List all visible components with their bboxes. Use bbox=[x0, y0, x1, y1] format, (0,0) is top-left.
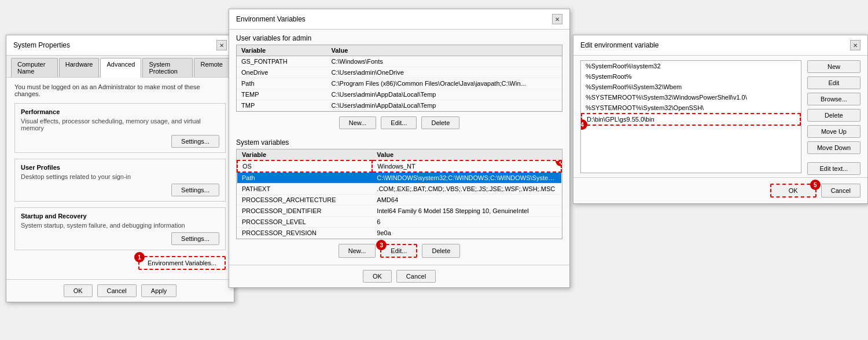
env-vars-window: Environment Variables ✕ User variables f… bbox=[229, 9, 570, 288]
user-var-value: C:\Users\admin\AppData\Local\Temp bbox=[327, 100, 562, 111]
sys-var-name: PROCESSOR_LEVEL bbox=[237, 217, 372, 228]
user-var-name: GS_FONTPATH bbox=[237, 56, 327, 67]
startup-recovery-label: Startup and Recovery bbox=[21, 213, 219, 220]
env-vars-cancel[interactable]: Cancel bbox=[396, 270, 436, 283]
sys-var-row[interactable]: PROCESSOR_IDENTIFIERIntel64 Family 6 Mod… bbox=[237, 206, 561, 217]
user-profiles-label: User Profiles bbox=[21, 164, 219, 171]
env-vars-badge: 1 bbox=[134, 252, 145, 262]
edit-env-move-down-btn[interactable]: Move Down bbox=[807, 141, 860, 154]
edit-env-move-up-btn[interactable]: Move Up bbox=[807, 125, 860, 138]
sys-props-cancel[interactable]: Cancel bbox=[97, 284, 137, 297]
edit-env-list-item[interactable]: %SystemRoot% bbox=[581, 71, 801, 82]
edit-env-list-item[interactable]: D:\bin\GPL\gs9.55.0\bin4 bbox=[581, 113, 801, 126]
user-profiles-section: User Profiles Desktop settings related t… bbox=[14, 159, 226, 202]
user-vars-table: Variable Value GS_FONTPATHC:\Windows\Fon… bbox=[237, 45, 562, 111]
user-edit-btn[interactable]: Edit... bbox=[381, 116, 417, 129]
sys-var-name: PROCESSOR_IDENTIFIER bbox=[237, 206, 372, 217]
env-vars-title: Environment Variables bbox=[236, 15, 306, 23]
sys-var-row[interactable]: OSWindows_NT2 bbox=[237, 160, 561, 172]
edit-env-close[interactable]: ✕ bbox=[850, 40, 860, 50]
user-var-row[interactable]: TEMPC:\Users\admin\AppData\Local\Temp bbox=[237, 89, 562, 100]
sys-props-tabs: Computer Name Hardware Advanced System P… bbox=[6, 56, 234, 78]
edit-env-text-btn[interactable]: Edit text... bbox=[807, 162, 860, 175]
sys-var-row[interactable]: PROCESSOR_ARCHITECTUREAMD64 bbox=[237, 195, 561, 206]
startup-recovery-section: Startup and Recovery System startup, sys… bbox=[14, 207, 226, 250]
sys-new-btn[interactable]: New... bbox=[339, 244, 376, 258]
edit-env-titlebar: Edit environment variable ✕ bbox=[573, 35, 867, 56]
highlight-badge: 4 bbox=[580, 119, 587, 130]
performance-section: Performance Visual effects, processor sc… bbox=[14, 103, 226, 153]
edit-env-list-item[interactable]: %SystemRoot%\System32\Wbem bbox=[581, 82, 801, 92]
sys-var-row[interactable]: PROCESSOR_REVISION9e0a bbox=[237, 228, 561, 239]
edit-env-list-item[interactable]: %SYSTEMROOT%\System32\WindowsPowerShell\… bbox=[581, 92, 801, 103]
edit-env-ok[interactable]: 5 OK bbox=[770, 184, 816, 198]
edit-env-list: %SystemRoot%\system32%SystemRoot%%System… bbox=[580, 60, 801, 173]
sys-props-close[interactable]: ✕ bbox=[216, 40, 227, 50]
tab-advanced[interactable]: Advanced bbox=[100, 58, 141, 78]
user-profiles-desc: Desktop settings related to your sign-in bbox=[21, 173, 219, 180]
env-vars-bottom: OK Cancel bbox=[229, 265, 569, 287]
env-vars-ok[interactable]: OK bbox=[363, 270, 392, 283]
edit-env-action-btns: New Edit Browse... Delete Move Up Move D… bbox=[807, 60, 860, 175]
sys-val-col-header: Value bbox=[372, 149, 561, 160]
user-profiles-settings-btn[interactable]: Settings... bbox=[171, 184, 219, 196]
edit-env-browse-btn[interactable]: Browse... bbox=[807, 93, 860, 105]
user-var-col-header: Variable bbox=[237, 45, 327, 56]
edit-env-bottom: 5 OK Cancel bbox=[573, 177, 867, 203]
sys-var-row[interactable]: PATHEXT.COM;.EXE;.BAT;.CMD;.VBS;.VBE;.JS… bbox=[237, 184, 561, 195]
edit-env-title: Edit environment variable bbox=[580, 41, 659, 49]
os-row-badge: 2 bbox=[556, 160, 561, 166]
user-vars-section-title: User variables for admin bbox=[229, 30, 569, 45]
sys-var-value: 6 bbox=[372, 217, 561, 228]
sys-props-titlebar: System Properties ✕ bbox=[6, 35, 234, 56]
sys-vars-btns: New... 3 Edit... Delete bbox=[229, 239, 569, 262]
sys-props-content: You must be logged on as an Administrato… bbox=[6, 78, 234, 279]
sys-props-notice: You must be logged on as an Administrato… bbox=[14, 83, 226, 97]
edit-env-delete-btn[interactable]: Delete bbox=[807, 109, 860, 122]
sys-props-apply[interactable]: Apply bbox=[141, 284, 177, 297]
user-var-value: C:\Users\admin\OneDrive bbox=[327, 67, 562, 78]
sys-var-row[interactable]: PathC:\WINDOWS\system32;C:\WINDOWS;C:\WI… bbox=[237, 172, 561, 184]
sys-edit-btn[interactable]: 3 Edit... bbox=[380, 244, 417, 258]
user-var-row[interactable]: TMPC:\Users\admin\AppData\Local\Temp bbox=[237, 100, 562, 111]
tab-computer-name[interactable]: Computer Name bbox=[11, 58, 58, 77]
edit-badge: 3 bbox=[376, 240, 387, 250]
tab-remote[interactable]: Remote bbox=[194, 58, 229, 77]
sys-vars-table-wrap: Variable Value OSWindows_NT2PathC:\WINDO… bbox=[236, 149, 562, 239]
user-delete-btn[interactable]: Delete bbox=[421, 116, 459, 129]
sys-props-title: System Properties bbox=[13, 41, 70, 49]
sys-var-row[interactable]: PROCESSOR_LEVEL6 bbox=[237, 217, 561, 228]
performance-label: Performance bbox=[21, 108, 219, 115]
sys-delete-btn[interactable]: Delete bbox=[422, 244, 460, 258]
performance-settings-btn[interactable]: Settings... bbox=[171, 135, 219, 148]
user-new-btn[interactable]: New... bbox=[339, 116, 377, 129]
tab-hardware[interactable]: Hardware bbox=[59, 58, 100, 77]
user-var-row[interactable]: PathC:\Program Files (x86)\Common Files\… bbox=[237, 78, 562, 89]
edit-env-list-item[interactable]: %SYSTEMROOT%\System32\OpenSSH\ bbox=[581, 103, 801, 113]
user-var-value: C:\Windows\Fonts bbox=[327, 56, 562, 67]
user-var-row[interactable]: GS_FONTPATHC:\Windows\Fonts bbox=[237, 56, 562, 67]
user-var-value: C:\Program Files (x86)\Common Files\Orac… bbox=[327, 78, 562, 89]
user-val-col-header: Value bbox=[327, 45, 562, 56]
user-var-row[interactable]: OneDriveC:\Users\admin\OneDrive bbox=[237, 67, 562, 78]
startup-recovery-settings-btn[interactable]: Settings... bbox=[171, 232, 219, 245]
user-var-name: Path bbox=[237, 78, 327, 89]
user-vars-table-wrap: Variable Value GS_FONTPATHC:\Windows\Fon… bbox=[236, 45, 562, 112]
edit-env-edit-btn[interactable]: Edit bbox=[807, 76, 860, 89]
system-properties-window: System Properties ✕ Computer Name Hardwa… bbox=[6, 35, 234, 302]
edit-env-list-item[interactable]: %SystemRoot%\system32 bbox=[581, 61, 801, 71]
env-vars-button[interactable]: 1 Environment Variables... bbox=[138, 256, 226, 270]
sys-vars-table: Variable Value OSWindows_NT2PathC:\WINDO… bbox=[237, 149, 562, 239]
edit-env-cancel[interactable]: Cancel bbox=[821, 184, 860, 198]
tab-system-protection[interactable]: System Protection bbox=[142, 58, 193, 77]
sys-var-col-header: Variable bbox=[237, 149, 372, 160]
edit-env-new-btn[interactable]: New bbox=[807, 60, 860, 73]
sys-props-bottom: OK Cancel Apply bbox=[6, 279, 234, 302]
sys-props-ok[interactable]: OK bbox=[64, 284, 93, 297]
ok-badge: 5 bbox=[810, 180, 821, 190]
sys-var-value: 9e0a bbox=[372, 228, 561, 239]
env-vars-close[interactable]: ✕ bbox=[552, 14, 562, 24]
sys-var-name: OS bbox=[237, 160, 372, 172]
startup-recovery-desc: System startup, system failure, and debu… bbox=[21, 222, 219, 229]
sys-vars-section-title: System variables bbox=[229, 134, 569, 149]
